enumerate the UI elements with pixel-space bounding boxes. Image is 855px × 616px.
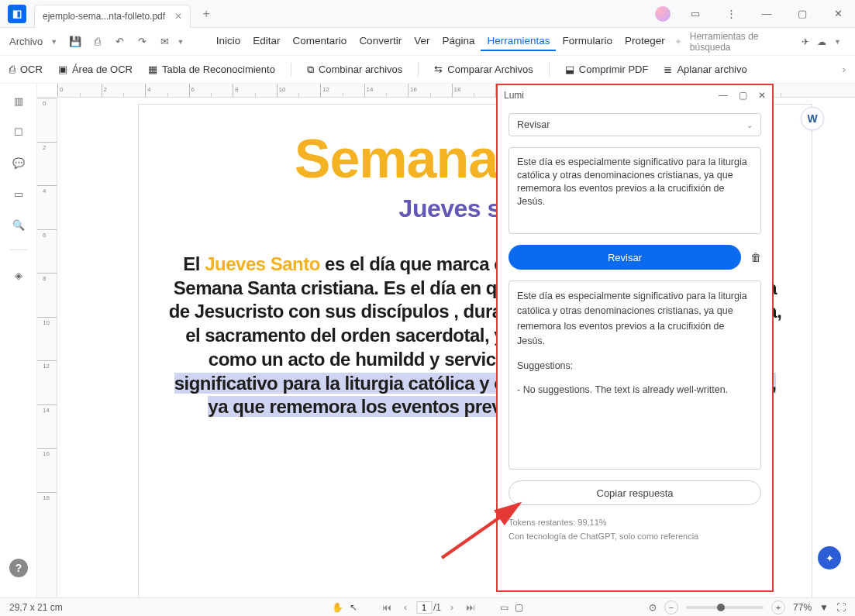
- lumi-titlebar[interactable]: Lumi — ▢ ✕: [498, 85, 772, 105]
- undo-icon[interactable]: ↶: [110, 32, 129, 52]
- menu-convertir[interactable]: Convertir: [353, 32, 408, 51]
- layers-icon[interactable]: ◈: [9, 266, 28, 284]
- menu-inicio[interactable]: Inicio: [210, 32, 247, 51]
- comments-icon[interactable]: 💬: [9, 153, 28, 172]
- zoom-in-button[interactable]: +: [771, 601, 785, 614]
- menubar: Archivo ▼ 💾 ⎙ ↶ ↷ ✉ ▼ InicioEditarComent…: [0, 28, 855, 56]
- menu-editar[interactable]: Editar: [247, 32, 286, 51]
- file-dropdown-icon[interactable]: ▼: [50, 38, 57, 46]
- print-icon[interactable]: ⎙: [88, 32, 107, 52]
- file-menu[interactable]: Archivo: [9, 36, 43, 47]
- lumi-minimize-icon[interactable]: —: [719, 90, 728, 101]
- new-tab-button[interactable]: +: [195, 3, 217, 25]
- feedback-icon[interactable]: ▭: [684, 3, 706, 25]
- tools-toolbar: ⎙OCR ▣Área de OCR ▦Tabla de Reconocimien…: [0, 56, 855, 84]
- search-icon[interactable]: 🔍: [9, 215, 28, 234]
- cloud-dropdown-icon[interactable]: ▼: [834, 38, 841, 46]
- lumi-panel: Lumi — ▢ ✕ Revisar ⌄ Este día es especia…: [496, 84, 774, 592]
- compress-pdf-tool[interactable]: ⬓Comprimir PDF: [565, 64, 649, 75]
- close-tab-icon[interactable]: ✕: [174, 11, 182, 22]
- page-dimensions: 29,7 x 21 cm: [9, 602, 63, 613]
- lumi-mode-select[interactable]: Revisar ⌄: [509, 113, 761, 136]
- menu-página[interactable]: Página: [436, 32, 481, 51]
- zoom-slider[interactable]: [686, 606, 764, 609]
- menu-herramientas[interactable]: Herramientas: [481, 32, 556, 51]
- toolbar-overflow-icon[interactable]: ›: [843, 64, 846, 75]
- user-avatar[interactable]: [655, 6, 671, 22]
- send-icon[interactable]: ✈: [802, 36, 809, 47]
- ocr-area-tool[interactable]: ▣Área de OCR: [58, 64, 133, 75]
- combine-files-tool[interactable]: ⧉Combinar archivos: [307, 64, 402, 76]
- save-icon[interactable]: 💾: [65, 32, 84, 52]
- flatten-icon: ≣: [664, 64, 672, 75]
- prev-page-icon[interactable]: ‹: [401, 602, 410, 613]
- redo-icon[interactable]: ↷: [133, 32, 152, 52]
- menu-formulario[interactable]: Formulario: [556, 32, 619, 51]
- compress-icon: ⬓: [565, 64, 574, 75]
- menu-ver[interactable]: Ver: [408, 32, 436, 51]
- statusbar: 29,7 x 21 cm ✋ ↖ ⏮ ‹ /1 › ⏭ ▭ ▢ ⊙ − + 77…: [0, 597, 855, 616]
- tab-title: ejemplo-sema...nta-folleto.pdf: [43, 11, 165, 22]
- lumi-submit-button[interactable]: Revisar: [509, 245, 741, 270]
- app-icon[interactable]: ◧: [8, 5, 26, 23]
- ocr-area-icon: ▣: [58, 64, 67, 75]
- fit-page-icon[interactable]: ▢: [515, 602, 523, 613]
- word-export-button[interactable]: W: [801, 107, 824, 130]
- tokens-remaining: Tokens restantes: 99,11%: [509, 516, 761, 530]
- ocr-icon: ⎙: [9, 64, 16, 75]
- chevron-down-icon: ⌄: [746, 121, 753, 129]
- help-button[interactable]: ?: [9, 559, 28, 577]
- document-tab[interactable]: ejemplo-sema...nta-folleto.pdf ✕: [34, 5, 191, 28]
- powered-by: Con tecnología de ChatGPT, solo como ref…: [509, 530, 761, 544]
- minimize-icon[interactable]: —: [756, 3, 777, 25]
- lumi-maximize-icon[interactable]: ▢: [739, 90, 747, 101]
- lumi-title-label: Lumi: [504, 90, 524, 101]
- compare-icon: ⇆: [434, 64, 443, 75]
- table-icon: ▦: [148, 64, 157, 75]
- trash-icon[interactable]: 🗑: [750, 251, 761, 263]
- ocr-tool[interactable]: ⎙OCR: [9, 64, 43, 75]
- combine-icon: ⧉: [307, 64, 314, 76]
- cloud-icon[interactable]: ☁: [817, 36, 826, 47]
- menu-comentario[interactable]: Comentario: [287, 32, 353, 51]
- titlebar: ◧ ejemplo-sema...nta-folleto.pdf ✕ + ▭ ⋮…: [0, 0, 855, 28]
- zoom-dropdown-icon[interactable]: ▼: [819, 602, 829, 613]
- fit-width-icon[interactable]: ▭: [500, 602, 509, 613]
- bookmarks-icon[interactable]: ☐: [9, 122, 28, 141]
- lumi-output[interactable]: Este día es especialmente significativo …: [509, 280, 761, 470]
- hand-tool-icon[interactable]: ✋: [332, 602, 343, 613]
- zoom-reset-icon[interactable]: ⊙: [649, 602, 657, 613]
- attachments-icon[interactable]: ▭: [9, 184, 28, 203]
- last-page-icon[interactable]: ⏭: [463, 602, 478, 613]
- fullscreen-icon[interactable]: ⛶: [836, 602, 846, 613]
- compare-files-tool[interactable]: ⇆Comparar Archivos: [434, 64, 533, 75]
- window-close-icon[interactable]: ✕: [827, 3, 849, 25]
- menu-proteger[interactable]: Proteger: [619, 32, 671, 51]
- page-input[interactable]: [416, 601, 432, 614]
- ruler-vertical: 024681012141618: [37, 98, 57, 597]
- flatten-file-tool[interactable]: ≣Aplanar archivo: [664, 64, 746, 75]
- left-rail: ▥ ☐ 💬 ▭ 🔍 ◈: [0, 84, 37, 597]
- zoom-level: 77%: [793, 602, 812, 613]
- lumi-close-icon[interactable]: ✕: [758, 90, 766, 101]
- select-tool-icon[interactable]: ↖: [350, 602, 357, 613]
- page-indicator[interactable]: /1: [416, 601, 441, 614]
- copy-response-button[interactable]: Copiar respuesta: [509, 480, 761, 505]
- ai-assistant-button[interactable]: ✦: [818, 546, 841, 570]
- overflow-menu-icon[interactable]: ⋮: [720, 3, 742, 25]
- zoom-out-button[interactable]: −: [664, 601, 678, 614]
- lumi-input-textarea[interactable]: Este día es especialmente significativo …: [509, 147, 761, 234]
- mail-icon[interactable]: ✉: [155, 32, 174, 52]
- first-page-icon[interactable]: ⏮: [379, 602, 395, 613]
- maximize-icon[interactable]: ▢: [791, 3, 813, 25]
- next-page-icon[interactable]: ›: [447, 602, 457, 613]
- thumbnails-icon[interactable]: ▥: [9, 91, 28, 110]
- table-recognition-tool[interactable]: ▦Tabla de Reconocimiento: [148, 64, 275, 75]
- search-tools-placeholder[interactable]: Herramientas de búsqueda: [690, 31, 794, 53]
- mail-dropdown-icon[interactable]: ▼: [177, 38, 184, 46]
- wand-icon: ✦: [674, 36, 682, 47]
